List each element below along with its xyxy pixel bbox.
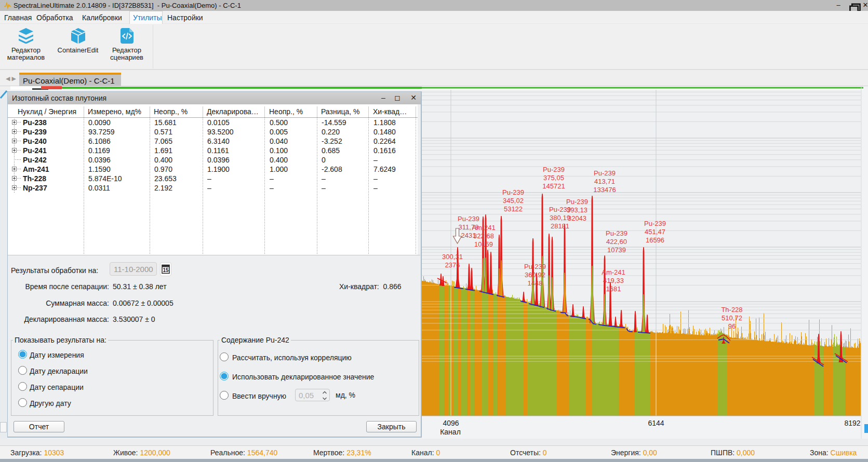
svg-text:133476: 133476 (593, 186, 616, 194)
svg-text:422,60: 422,60 (606, 238, 627, 246)
svg-text:345,02: 345,02 (503, 197, 524, 205)
svg-text:510,72: 510,72 (722, 314, 742, 322)
svg-text:145721: 145721 (542, 182, 565, 190)
svg-text:1681: 1681 (606, 285, 621, 293)
svg-text:Pu-239: Pu-239 (458, 215, 479, 223)
svg-text:4096: 4096 (443, 419, 459, 427)
svg-text:96: 96 (728, 322, 736, 330)
svg-text:Pu-239: Pu-239 (543, 166, 565, 173)
svg-text:419,33: 419,33 (603, 277, 624, 284)
svg-text:Pu-239: Pu-239 (606, 229, 627, 237)
svg-text:6144: 6144 (648, 419, 664, 427)
svg-text:Th-228: Th-228 (721, 306, 742, 314)
svg-text:Am-241: Am-241 (472, 224, 496, 232)
svg-text:8192: 8192 (844, 419, 860, 427)
svg-text:Pu-239: Pu-239 (594, 169, 616, 177)
svg-text:413,71: 413,71 (594, 178, 615, 185)
svg-text:10159: 10159 (474, 240, 493, 248)
svg-text:375,05: 375,05 (543, 174, 564, 182)
svg-text:Pu-239: Pu-239 (524, 263, 546, 270)
svg-text:393,13: 393,13 (567, 206, 587, 214)
svg-text:Pu-239: Pu-239 (644, 220, 666, 227)
svg-text:380,19: 380,19 (550, 214, 570, 222)
svg-text:16596: 16596 (646, 236, 664, 244)
svg-text:53122: 53122 (504, 205, 523, 213)
svg-text:322,68: 322,68 (473, 232, 494, 240)
svg-text:28181: 28181 (551, 222, 569, 230)
svg-text:10739: 10739 (607, 246, 626, 254)
svg-text:300,31: 300,31 (442, 253, 463, 261)
svg-text:Pu-239: Pu-239 (502, 188, 524, 196)
svg-text:32043: 32043 (568, 214, 586, 222)
svg-text:360,92: 360,92 (525, 271, 545, 279)
svg-text:Am-241: Am-241 (602, 268, 625, 276)
svg-text:Канал: Канал (440, 428, 461, 436)
svg-text:15: 15 (163, 267, 169, 273)
svg-text:451,47: 451,47 (645, 228, 665, 236)
svg-text:1448: 1448 (528, 279, 543, 287)
svg-text:Pu-239: Pu-239 (566, 198, 588, 206)
svg-text:2376: 2376 (445, 261, 460, 269)
